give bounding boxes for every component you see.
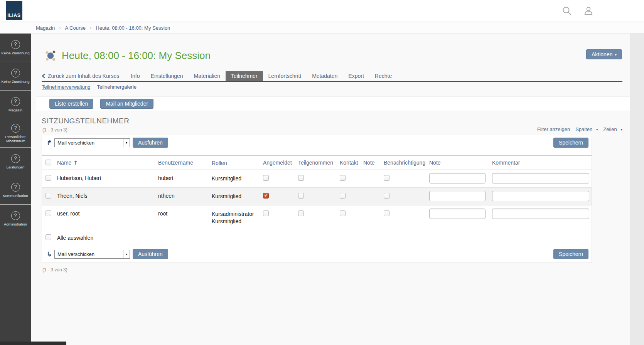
- tab-lernfortschritt[interactable]: Lernfortschritt: [263, 71, 307, 81]
- kontakt-checkbox[interactable]: [340, 193, 346, 199]
- cell-username: hubert: [158, 170, 212, 187]
- bulk-action-select-top[interactable]: Mail verschicken ▼: [54, 138, 130, 147]
- liste-erstellen-button[interactable]: Liste erstellen: [49, 99, 93, 109]
- column-header-teilgenommen: Teilgenommen: [297, 156, 339, 170]
- table-row: user, root root Kursadministrator Kursmi…: [42, 205, 592, 230]
- kommentar-input[interactable]: [492, 173, 589, 183]
- benachrichtigung-checkbox[interactable]: [384, 175, 389, 181]
- subtab-teilnehmerverwaltung[interactable]: Teilnehmerverwaltung: [42, 84, 90, 90]
- teilgenommen-checkbox[interactable]: [298, 175, 304, 181]
- tab-rechte[interactable]: Rechte: [369, 71, 397, 81]
- tab-materialien[interactable]: Materialien: [189, 71, 226, 81]
- table-row: Hubertson, Hubert hubert Kursmitglied: [42, 170, 592, 188]
- note-input[interactable]: [429, 209, 486, 219]
- angemeldet-checkbox[interactable]: [263, 210, 269, 216]
- tab-info[interactable]: Info: [125, 71, 145, 81]
- cell-roles: Kursmitglied: [212, 170, 261, 187]
- benachrichtigung-checkbox[interactable]: [384, 210, 389, 216]
- cell-note-empty: [363, 188, 381, 205]
- toolbar: Liste erstellen Mail an Mitglieder: [36, 96, 630, 111]
- chevron-left-icon: [42, 74, 45, 78]
- ausfuehren-button-top[interactable]: Ausführen: [133, 138, 168, 148]
- sidebar-item-administration[interactable]: ? Administration: [0, 205, 31, 233]
- column-header-kontakt: Kontakt: [339, 156, 363, 170]
- cell-username: root: [158, 205, 212, 230]
- angemeldet-checkbox[interactable]: [263, 175, 269, 181]
- row-select-checkbox[interactable]: [46, 210, 51, 216]
- cell-name: Hubertson, Hubert: [57, 170, 158, 187]
- kontakt-checkbox[interactable]: [340, 175, 346, 181]
- kommentar-input[interactable]: [492, 209, 589, 219]
- tab-metadaten[interactable]: Metadaten: [307, 71, 343, 81]
- bulk-action-select-bottom[interactable]: Mail verschicken ▼: [54, 250, 130, 259]
- benachrichtigung-checkbox[interactable]: [384, 193, 389, 199]
- select-dropdown-arrow-icon: ▼: [123, 139, 130, 147]
- sidebar-item-leistungen[interactable]: ? Leistungen: [0, 148, 31, 176]
- tab-bar: Zurück zum Inhalt des Kurses Info Einste…: [42, 71, 622, 82]
- note-input[interactable]: [429, 173, 486, 183]
- table-view-controls: Filter anzeigen Spalten ▾ Zeilen ▾: [537, 126, 622, 132]
- column-header-kommentar: Kommentar: [492, 156, 592, 170]
- main-content: Heute, 08:00 - 16:00: My Session Aktione…: [31, 34, 630, 345]
- breadcrumb-item-course[interactable]: A Course: [65, 25, 85, 31]
- kontakt-checkbox[interactable]: [340, 210, 346, 216]
- sidebar-item-keine-zuordnung-1[interactable]: ? Keine Zuordnung: [0, 34, 31, 62]
- left-sidebar: ? Keine Zuordnung ? Keine Zuordnung ? Ma…: [0, 34, 31, 345]
- mail-an-mitglieder-button[interactable]: Mail an Mitglieder: [100, 99, 153, 109]
- cell-name: Theen, Niels: [57, 188, 158, 205]
- chevron-down-icon: ▾: [615, 53, 617, 57]
- ausfuehren-button-bottom[interactable]: Ausführen: [133, 249, 168, 259]
- sidebar-item-label: Keine Zuordnung: [1, 51, 30, 55]
- tab-teilnehmer[interactable]: Teilnehmer: [226, 71, 263, 81]
- column-header-name[interactable]: Name↑: [57, 156, 158, 170]
- cell-note-empty: [363, 170, 381, 187]
- question-icon: ?: [11, 124, 20, 133]
- angemeldet-checkbox[interactable]: [263, 193, 269, 199]
- column-header-angemeldet: Angemeldet: [261, 156, 297, 170]
- select-dropdown-arrow-icon: ▼: [123, 250, 130, 258]
- zeilen-dropdown[interactable]: Zeilen ▾: [603, 126, 622, 132]
- kommentar-input[interactable]: [492, 191, 589, 201]
- tab-export[interactable]: Export: [343, 71, 369, 81]
- question-icon: ?: [11, 211, 20, 220]
- tab-einstellungen[interactable]: Einstellungen: [145, 71, 189, 81]
- sidebar-item-label: Persönlicher Arbeitsraum: [0, 135, 31, 143]
- row-select-checkbox[interactable]: [46, 193, 51, 199]
- note-input[interactable]: [429, 191, 486, 201]
- search-icon[interactable]: [562, 6, 572, 16]
- cell-note-empty: [363, 205, 381, 230]
- user-icon[interactable]: [583, 6, 593, 16]
- breadcrumb-item-magazin[interactable]: Magazin: [36, 25, 55, 31]
- chevron-down-icon: ▾: [596, 128, 598, 131]
- select-all-label: Alle auswählen: [57, 235, 158, 241]
- sidebar-item-kommunikation[interactable]: ? Kommunikation: [0, 176, 31, 205]
- participants-table: ↱ Mail verschicken ▼ Ausführen Speichern…: [42, 135, 592, 263]
- sidebar-item-magazin[interactable]: ? Magazin: [0, 91, 31, 119]
- subtab-teilnehmergalerie[interactable]: Teilnehmergalerie: [97, 84, 137, 90]
- session-icon: [45, 50, 56, 62]
- header-select-checkbox[interactable]: [46, 160, 51, 165]
- top-bar: ILIAS: [0, 0, 644, 22]
- row-select-checkbox[interactable]: [46, 175, 51, 181]
- sidebar-item-keine-zuordnung-2[interactable]: ? Keine Zuordnung: [0, 62, 31, 91]
- actions-button[interactable]: Aktionen▾: [586, 49, 622, 59]
- select-all-checkbox[interactable]: [46, 234, 51, 240]
- speichern-button-bottom[interactable]: Speichern: [553, 249, 588, 259]
- cell-roles: Kursadministrator Kursmitglied: [212, 205, 261, 230]
- ilias-logo[interactable]: ILIAS: [6, 1, 22, 20]
- teilgenommen-checkbox[interactable]: [298, 193, 304, 199]
- breadcrumb-item-session[interactable]: Heute, 08:00 - 16:00: My Session: [96, 25, 170, 31]
- column-header-benutzername: Benutzername: [158, 156, 212, 170]
- horizontal-scrollbar-thumb[interactable]: [0, 342, 66, 345]
- sidebar-item-persoenlicher-arbeitsraum[interactable]: ? Persönlicher Arbeitsraum: [0, 119, 31, 148]
- filter-anzeigen-link[interactable]: Filter anzeigen: [537, 126, 570, 132]
- sidebar-item-label: Keine Zuordnung: [1, 79, 30, 84]
- breadcrumb: Magazin › A Course › Heute, 08:00 - 16:0…: [0, 22, 644, 34]
- teilgenommen-checkbox[interactable]: [298, 210, 304, 216]
- back-to-course-link[interactable]: Zurück zum Inhalt des Kurses: [42, 71, 125, 81]
- question-icon: ?: [11, 183, 20, 192]
- spalten-dropdown[interactable]: Spalten ▾: [575, 126, 598, 132]
- table-row: Theen, Niels ntheen Kursmitglied: [42, 188, 592, 205]
- speichern-button-top[interactable]: Speichern: [553, 138, 588, 148]
- column-header-note-2: Note: [429, 156, 492, 170]
